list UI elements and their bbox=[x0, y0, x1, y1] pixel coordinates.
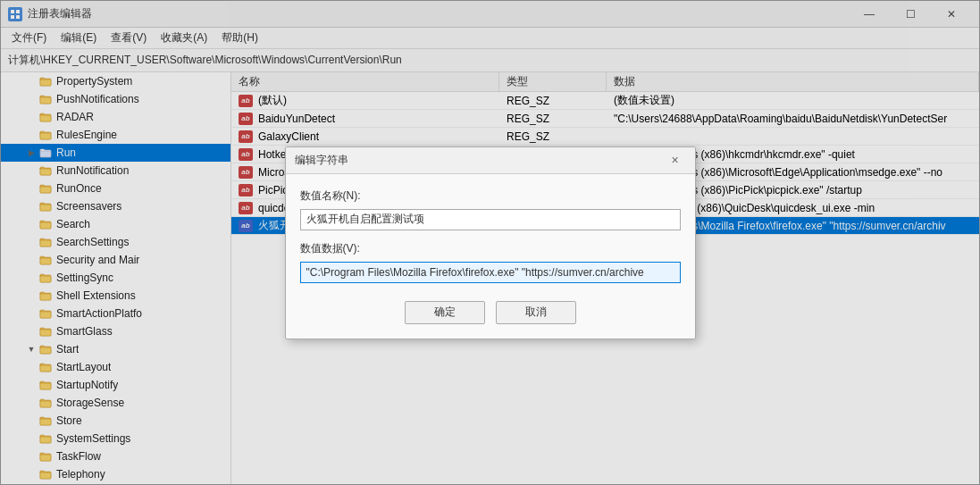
dialog-cancel-button[interactable]: 取消 bbox=[496, 301, 576, 324]
dialog-close-button[interactable]: × bbox=[665, 149, 686, 171]
dialog-data-label: 数值数据(V): bbox=[300, 241, 681, 256]
edit-string-dialog: 编辑字符串 × 数值名称(N): 数值数据(V): 确定 取消 bbox=[285, 146, 696, 339]
dialog-titlebar: 编辑字符串 × bbox=[286, 147, 695, 174]
dialog-overlay: 编辑字符串 × 数值名称(N): 数值数据(V): 确定 取消 bbox=[0, 0, 980, 485]
dialog-body: 数值名称(N): 数值数据(V): 确定 取消 bbox=[286, 174, 695, 339]
dialog-title: 编辑字符串 bbox=[295, 153, 665, 168]
dialog-ok-button[interactable]: 确定 bbox=[405, 301, 485, 324]
dialog-name-input[interactable] bbox=[300, 209, 681, 230]
dialog-data-input[interactable] bbox=[300, 262, 681, 283]
dialog-buttons: 确定 取消 bbox=[300, 294, 681, 328]
dialog-name-label: 数值名称(N): bbox=[300, 188, 681, 204]
